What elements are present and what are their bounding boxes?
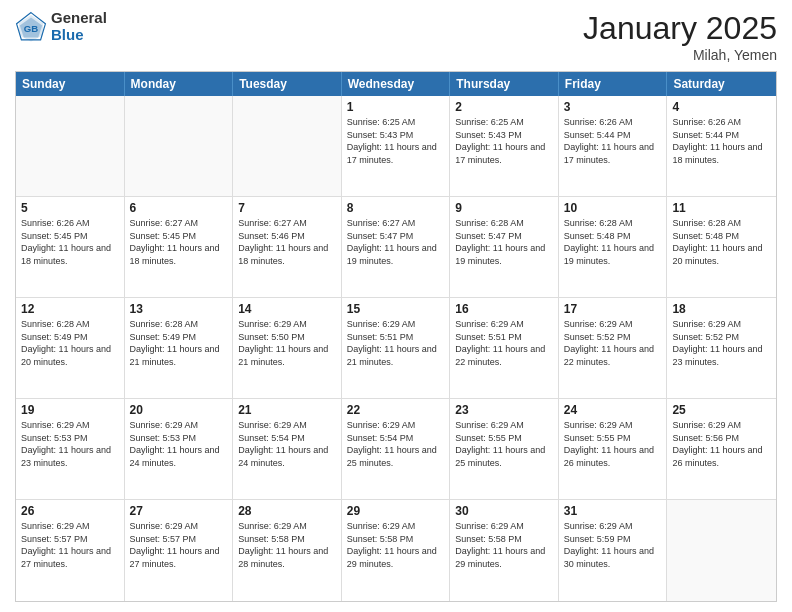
cell-info: Sunrise: 6:29 AM Sunset: 5:52 PM Dayligh… xyxy=(564,318,662,368)
cell-info: Sunrise: 6:29 AM Sunset: 5:58 PM Dayligh… xyxy=(238,520,336,570)
calendar-cell xyxy=(667,500,776,601)
cell-day-number: 26 xyxy=(21,504,119,518)
calendar-cell: 18Sunrise: 6:29 AM Sunset: 5:52 PM Dayli… xyxy=(667,298,776,398)
day-header-friday: Friday xyxy=(559,72,668,96)
calendar-row-0: 1Sunrise: 6:25 AM Sunset: 5:43 PM Daylig… xyxy=(16,96,776,197)
calendar-cell: 15Sunrise: 6:29 AM Sunset: 5:51 PM Dayli… xyxy=(342,298,451,398)
day-header-saturday: Saturday xyxy=(667,72,776,96)
cell-day-number: 29 xyxy=(347,504,445,518)
cell-info: Sunrise: 6:28 AM Sunset: 5:48 PM Dayligh… xyxy=(672,217,771,267)
calendar-cell: 9Sunrise: 6:28 AM Sunset: 5:47 PM Daylig… xyxy=(450,197,559,297)
logo: GB General Blue xyxy=(15,10,107,43)
title-block: January 2025 Milah, Yemen xyxy=(583,10,777,63)
logo-blue: Blue xyxy=(51,27,107,44)
cell-day-number: 17 xyxy=(564,302,662,316)
calendar-cell: 1Sunrise: 6:25 AM Sunset: 5:43 PM Daylig… xyxy=(342,96,451,196)
calendar-cell: 2Sunrise: 6:25 AM Sunset: 5:43 PM Daylig… xyxy=(450,96,559,196)
calendar-cell: 5Sunrise: 6:26 AM Sunset: 5:45 PM Daylig… xyxy=(16,197,125,297)
cell-info: Sunrise: 6:27 AM Sunset: 5:45 PM Dayligh… xyxy=(130,217,228,267)
calendar-cell: 25Sunrise: 6:29 AM Sunset: 5:56 PM Dayli… xyxy=(667,399,776,499)
day-headers: SundayMondayTuesdayWednesdayThursdayFrid… xyxy=(16,72,776,96)
cell-info: Sunrise: 6:28 AM Sunset: 5:49 PM Dayligh… xyxy=(130,318,228,368)
calendar-row-4: 26Sunrise: 6:29 AM Sunset: 5:57 PM Dayli… xyxy=(16,500,776,601)
cell-info: Sunrise: 6:27 AM Sunset: 5:47 PM Dayligh… xyxy=(347,217,445,267)
cell-info: Sunrise: 6:29 AM Sunset: 5:56 PM Dayligh… xyxy=(672,419,771,469)
calendar-cell xyxy=(233,96,342,196)
cell-day-number: 2 xyxy=(455,100,553,114)
calendar-cell: 4Sunrise: 6:26 AM Sunset: 5:44 PM Daylig… xyxy=(667,96,776,196)
cell-day-number: 23 xyxy=(455,403,553,417)
cell-info: Sunrise: 6:29 AM Sunset: 5:57 PM Dayligh… xyxy=(130,520,228,570)
cell-info: Sunrise: 6:29 AM Sunset: 5:59 PM Dayligh… xyxy=(564,520,662,570)
calendar-cell: 19Sunrise: 6:29 AM Sunset: 5:53 PM Dayli… xyxy=(16,399,125,499)
cell-info: Sunrise: 6:25 AM Sunset: 5:43 PM Dayligh… xyxy=(455,116,553,166)
cell-day-number: 12 xyxy=(21,302,119,316)
calendar-cell: 7Sunrise: 6:27 AM Sunset: 5:46 PM Daylig… xyxy=(233,197,342,297)
day-header-tuesday: Tuesday xyxy=(233,72,342,96)
calendar-cell: 6Sunrise: 6:27 AM Sunset: 5:45 PM Daylig… xyxy=(125,197,234,297)
calendar-cell: 3Sunrise: 6:26 AM Sunset: 5:44 PM Daylig… xyxy=(559,96,668,196)
cell-day-number: 18 xyxy=(672,302,771,316)
cell-info: Sunrise: 6:28 AM Sunset: 5:49 PM Dayligh… xyxy=(21,318,119,368)
cell-day-number: 16 xyxy=(455,302,553,316)
calendar-row-2: 12Sunrise: 6:28 AM Sunset: 5:49 PM Dayli… xyxy=(16,298,776,399)
cell-day-number: 13 xyxy=(130,302,228,316)
cell-day-number: 31 xyxy=(564,504,662,518)
logo-text-block: General Blue xyxy=(51,10,107,43)
cell-info: Sunrise: 6:26 AM Sunset: 5:44 PM Dayligh… xyxy=(564,116,662,166)
cell-day-number: 7 xyxy=(238,201,336,215)
cell-day-number: 27 xyxy=(130,504,228,518)
cell-day-number: 28 xyxy=(238,504,336,518)
cell-day-number: 10 xyxy=(564,201,662,215)
cell-info: Sunrise: 6:29 AM Sunset: 5:57 PM Dayligh… xyxy=(21,520,119,570)
calendar-row-1: 5Sunrise: 6:26 AM Sunset: 5:45 PM Daylig… xyxy=(16,197,776,298)
calendar-cell: 10Sunrise: 6:28 AM Sunset: 5:48 PM Dayli… xyxy=(559,197,668,297)
cell-day-number: 15 xyxy=(347,302,445,316)
calendar-cell: 16Sunrise: 6:29 AM Sunset: 5:51 PM Dayli… xyxy=(450,298,559,398)
cell-info: Sunrise: 6:29 AM Sunset: 5:53 PM Dayligh… xyxy=(130,419,228,469)
cell-day-number: 4 xyxy=(672,100,771,114)
cell-day-number: 22 xyxy=(347,403,445,417)
cell-day-number: 19 xyxy=(21,403,119,417)
cell-info: Sunrise: 6:29 AM Sunset: 5:54 PM Dayligh… xyxy=(347,419,445,469)
cell-day-number: 30 xyxy=(455,504,553,518)
page: GB General Blue January 2025 Milah, Yeme… xyxy=(0,0,792,612)
cell-info: Sunrise: 6:29 AM Sunset: 5:50 PM Dayligh… xyxy=(238,318,336,368)
calendar-cell: 29Sunrise: 6:29 AM Sunset: 5:58 PM Dayli… xyxy=(342,500,451,601)
calendar-cell: 12Sunrise: 6:28 AM Sunset: 5:49 PM Dayli… xyxy=(16,298,125,398)
calendar-grid: 1Sunrise: 6:25 AM Sunset: 5:43 PM Daylig… xyxy=(16,96,776,601)
cell-info: Sunrise: 6:25 AM Sunset: 5:43 PM Dayligh… xyxy=(347,116,445,166)
day-header-monday: Monday xyxy=(125,72,234,96)
cell-day-number: 6 xyxy=(130,201,228,215)
calendar-cell: 26Sunrise: 6:29 AM Sunset: 5:57 PM Dayli… xyxy=(16,500,125,601)
calendar-cell: 28Sunrise: 6:29 AM Sunset: 5:58 PM Dayli… xyxy=(233,500,342,601)
cell-day-number: 3 xyxy=(564,100,662,114)
logo-icon: GB xyxy=(15,11,47,43)
day-header-sunday: Sunday xyxy=(16,72,125,96)
cell-info: Sunrise: 6:29 AM Sunset: 5:51 PM Dayligh… xyxy=(347,318,445,368)
cell-info: Sunrise: 6:29 AM Sunset: 5:51 PM Dayligh… xyxy=(455,318,553,368)
cell-info: Sunrise: 6:29 AM Sunset: 5:58 PM Dayligh… xyxy=(455,520,553,570)
calendar-cell: 27Sunrise: 6:29 AM Sunset: 5:57 PM Dayli… xyxy=(125,500,234,601)
cell-info: Sunrise: 6:29 AM Sunset: 5:52 PM Dayligh… xyxy=(672,318,771,368)
calendar-cell: 22Sunrise: 6:29 AM Sunset: 5:54 PM Dayli… xyxy=(342,399,451,499)
cell-info: Sunrise: 6:28 AM Sunset: 5:47 PM Dayligh… xyxy=(455,217,553,267)
cell-info: Sunrise: 6:29 AM Sunset: 5:58 PM Dayligh… xyxy=(347,520,445,570)
cell-day-number: 9 xyxy=(455,201,553,215)
cell-day-number: 1 xyxy=(347,100,445,114)
calendar-cell: 17Sunrise: 6:29 AM Sunset: 5:52 PM Dayli… xyxy=(559,298,668,398)
calendar-cell: 13Sunrise: 6:28 AM Sunset: 5:49 PM Dayli… xyxy=(125,298,234,398)
cell-day-number: 24 xyxy=(564,403,662,417)
calendar-cell: 8Sunrise: 6:27 AM Sunset: 5:47 PM Daylig… xyxy=(342,197,451,297)
cell-info: Sunrise: 6:28 AM Sunset: 5:48 PM Dayligh… xyxy=(564,217,662,267)
cell-day-number: 21 xyxy=(238,403,336,417)
calendar-cell: 30Sunrise: 6:29 AM Sunset: 5:58 PM Dayli… xyxy=(450,500,559,601)
day-header-wednesday: Wednesday xyxy=(342,72,451,96)
cell-day-number: 25 xyxy=(672,403,771,417)
calendar-cell xyxy=(16,96,125,196)
calendar-cell: 20Sunrise: 6:29 AM Sunset: 5:53 PM Dayli… xyxy=(125,399,234,499)
calendar-row-3: 19Sunrise: 6:29 AM Sunset: 5:53 PM Dayli… xyxy=(16,399,776,500)
calendar-cell xyxy=(125,96,234,196)
cell-day-number: 5 xyxy=(21,201,119,215)
calendar-cell: 23Sunrise: 6:29 AM Sunset: 5:55 PM Dayli… xyxy=(450,399,559,499)
